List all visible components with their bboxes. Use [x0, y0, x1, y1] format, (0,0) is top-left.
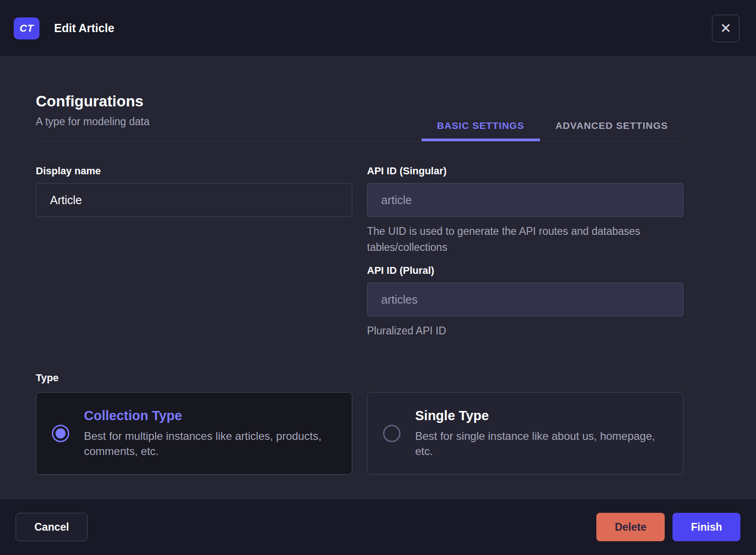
configuration-form: Display name API ID (Singular) The UID i…: [36, 165, 684, 339]
close-button[interactable]: ✕: [712, 15, 739, 42]
intro-titles: Configurations A type for modeling data: [36, 93, 150, 141]
type-section: Type Collection Type Best for multiple i…: [36, 372, 684, 475]
api-id-plural-input[interactable]: [367, 283, 684, 316]
type-cards: Collection Type Best for multiple instan…: [36, 392, 684, 475]
api-id-plural-field-group: API ID (Plural) Pluralized API ID: [367, 265, 684, 339]
modal-title: Edit Article: [54, 22, 114, 35]
api-id-singular-field-group: API ID (Singular) The UID is used to gen…: [367, 165, 684, 255]
collection-type-text: Collection Type Best for multiple instan…: [84, 408, 336, 459]
api-id-singular-input[interactable]: [367, 183, 684, 217]
collection-type-card[interactable]: Collection Type Best for multiple instan…: [36, 392, 352, 475]
collection-type-title: Collection Type: [84, 408, 336, 423]
page-title: Configurations: [36, 93, 150, 110]
finish-button[interactable]: Finish: [673, 513, 740, 541]
form-right-column: API ID (Singular) The UID is used to gen…: [367, 165, 684, 339]
intro-row: Configurations A type for modeling data …: [36, 57, 684, 141]
type-label: Type: [36, 372, 684, 384]
single-type-text: Single Type Best for single instance lik…: [415, 408, 667, 459]
delete-button[interactable]: Delete: [596, 513, 665, 541]
radio-dot: [387, 428, 397, 438]
modal-body: Configurations A type for modeling data …: [0, 57, 756, 499]
api-id-plural-hint: Pluralized API ID: [367, 323, 684, 339]
radio-selected-icon[interactable]: [52, 425, 69, 442]
radio-dot: [56, 428, 66, 438]
radio-unselected-icon[interactable]: [383, 425, 400, 442]
tab-basic-settings[interactable]: BASIC SETTINGS: [422, 112, 540, 141]
modal-footer: Cancel Delete Finish: [0, 499, 756, 555]
display-name-input[interactable]: [36, 183, 352, 217]
tab-advanced-settings[interactable]: ADVANCED SETTINGS: [540, 112, 684, 141]
single-type-card[interactable]: Single Type Best for single instance lik…: [367, 392, 684, 475]
settings-tabs: BASIC SETTINGS ADVANCED SETTINGS: [422, 112, 684, 141]
cancel-button[interactable]: Cancel: [16, 513, 88, 541]
api-id-singular-hint: The UID is used to generate the API rout…: [367, 223, 684, 255]
form-left-column: Display name: [36, 165, 352, 339]
modal-header: CT Edit Article ✕: [0, 0, 756, 57]
collection-type-description: Best for multiple instances like article…: [84, 428, 336, 459]
api-id-singular-label: API ID (Singular): [367, 165, 684, 177]
display-name-label: Display name: [36, 165, 352, 177]
display-name-field-group: Display name: [36, 165, 352, 217]
single-type-title: Single Type: [415, 408, 667, 423]
edit-content-type-modal: CT Edit Article ✕ Configurations A type …: [0, 0, 756, 555]
page-subtitle: A type for modeling data: [36, 116, 150, 128]
single-type-description: Best for single instance like about us, …: [415, 428, 667, 459]
api-id-plural-label: API ID (Plural): [367, 265, 684, 277]
close-icon: ✕: [720, 22, 731, 35]
content-type-badge-icon: CT: [14, 17, 39, 39]
